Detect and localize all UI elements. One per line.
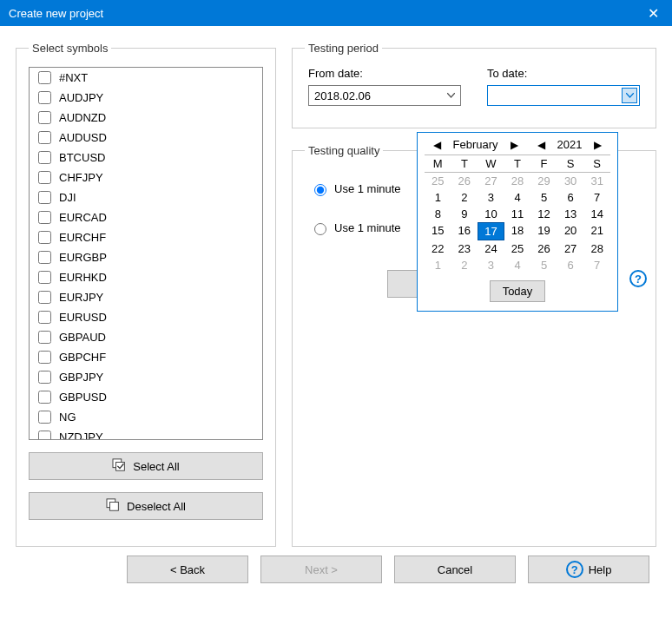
symbol-checkbox[interactable] bbox=[38, 351, 51, 364]
calendar-day[interactable]: 3 bbox=[478, 189, 504, 206]
calendar-day[interactable]: 8 bbox=[425, 206, 451, 222]
symbol-checkbox[interactable] bbox=[38, 371, 51, 384]
symbol-item[interactable]: EURUSD bbox=[30, 307, 262, 327]
calendar-day[interactable]: 26 bbox=[530, 240, 557, 257]
symbol-checkbox[interactable] bbox=[38, 291, 51, 304]
symbol-item[interactable]: EURCHF bbox=[30, 227, 262, 247]
quality-radio-1[interactable] bbox=[314, 184, 326, 196]
calendar-day[interactable]: 5 bbox=[530, 189, 557, 206]
calendar-day[interactable]: 24 bbox=[478, 240, 504, 257]
back-button[interactable]: < Back bbox=[127, 556, 248, 583]
symbol-item[interactable]: BTCUSD bbox=[30, 148, 262, 168]
symbol-checkbox[interactable] bbox=[38, 271, 51, 284]
calendar-day[interactable]: 1 bbox=[425, 189, 451, 206]
symbol-checkbox[interactable] bbox=[38, 111, 51, 124]
symbol-item[interactable]: EURGBP bbox=[30, 247, 262, 267]
calendar-day[interactable]: 2 bbox=[451, 189, 478, 206]
calendar-day[interactable]: 15 bbox=[425, 222, 451, 240]
prev-year-icon[interactable]: ◀ bbox=[534, 139, 549, 151]
calendar-day[interactable]: 1 bbox=[425, 257, 451, 273]
symbol-item[interactable]: AUDUSD bbox=[30, 128, 262, 148]
help-button[interactable]: ? Help bbox=[528, 556, 649, 583]
calendar-day[interactable]: 14 bbox=[583, 206, 610, 222]
calendar-day[interactable]: 29 bbox=[530, 173, 557, 189]
calendar-day[interactable]: 9 bbox=[451, 206, 478, 222]
calendar-day[interactable]: 11 bbox=[504, 206, 531, 222]
calendar-year[interactable]: 2021 bbox=[552, 138, 588, 151]
calendar-day[interactable]: 26 bbox=[451, 173, 478, 189]
deselect-all-button[interactable]: Deselect All bbox=[29, 492, 263, 520]
calendar-day[interactable]: 17 bbox=[478, 222, 504, 240]
symbol-checkbox[interactable] bbox=[38, 131, 51, 144]
symbol-item[interactable]: EURCAD bbox=[30, 207, 262, 227]
symbol-checkbox[interactable] bbox=[38, 391, 51, 404]
next-button[interactable]: Next > bbox=[260, 556, 382, 583]
symbol-item[interactable]: EURJPY bbox=[30, 287, 262, 307]
symbol-item[interactable]: AUDJPY bbox=[30, 88, 262, 108]
calendar-day[interactable]: 13 bbox=[557, 206, 584, 222]
calendar-day[interactable]: 5 bbox=[530, 257, 557, 273]
next-year-icon[interactable]: ▶ bbox=[590, 139, 605, 151]
symbol-checkbox[interactable] bbox=[38, 151, 51, 164]
calendar-day[interactable]: 3 bbox=[478, 257, 504, 273]
symbol-item[interactable]: GBPCHF bbox=[30, 347, 262, 367]
symbol-checkbox[interactable] bbox=[38, 331, 51, 344]
help-icon[interactable]: ? bbox=[629, 270, 647, 287]
calendar-day[interactable]: 23 bbox=[451, 240, 478, 257]
calendar-day[interactable]: 18 bbox=[504, 222, 531, 240]
from-date-combo[interactable]: 2018.02.06 bbox=[308, 85, 461, 106]
symbol-item[interactable]: NZDJPY bbox=[30, 427, 262, 440]
quality-radio-2[interactable] bbox=[314, 223, 326, 235]
calendar-day[interactable]: 19 bbox=[530, 222, 557, 240]
calendar-day[interactable]: 31 bbox=[583, 173, 610, 189]
symbol-checkbox[interactable] bbox=[38, 311, 51, 324]
calendar-day[interactable]: 30 bbox=[557, 173, 584, 189]
cancel-button[interactable]: Cancel bbox=[394, 556, 516, 583]
to-date-combo[interactable] bbox=[487, 85, 640, 106]
symbol-checkbox[interactable] bbox=[38, 91, 51, 104]
calendar-day[interactable]: 12 bbox=[530, 206, 557, 222]
symbol-checkbox[interactable] bbox=[38, 191, 51, 204]
prev-month-icon[interactable]: ◀ bbox=[430, 139, 445, 151]
symbol-item[interactable]: #NXT bbox=[30, 68, 262, 88]
calendar-day[interactable]: 28 bbox=[583, 240, 610, 257]
symbol-checkbox[interactable] bbox=[38, 231, 51, 244]
symbol-checkbox[interactable] bbox=[38, 251, 51, 264]
calendar-day[interactable]: 4 bbox=[504, 189, 531, 206]
symbol-checkbox[interactable] bbox=[38, 171, 51, 184]
symbol-item[interactable]: AUDNZD bbox=[30, 108, 262, 128]
calendar-month[interactable]: February bbox=[448, 138, 504, 151]
calendar-day[interactable]: 21 bbox=[583, 222, 610, 240]
symbol-list[interactable]: #NXTAUDJPYAUDNZDAUDUSDBTCUSDCHFJPYDJIEUR… bbox=[29, 67, 263, 440]
symbol-item[interactable]: GBPUSD bbox=[30, 387, 262, 407]
calendar-day[interactable]: 27 bbox=[478, 173, 504, 189]
symbol-checkbox[interactable] bbox=[38, 431, 51, 440]
calendar-day[interactable]: 6 bbox=[557, 189, 584, 206]
calendar-day[interactable]: 10 bbox=[478, 206, 504, 222]
symbol-item[interactable]: EURHKD bbox=[30, 267, 262, 287]
symbol-item[interactable]: GBPAUD bbox=[30, 327, 262, 347]
symbol-checkbox[interactable] bbox=[38, 411, 51, 424]
today-button[interactable]: Today bbox=[490, 280, 546, 302]
calendar-day[interactable]: 20 bbox=[557, 222, 584, 240]
symbol-item[interactable]: CHFJPY bbox=[30, 168, 262, 187]
calendar-day[interactable]: 6 bbox=[557, 257, 584, 273]
close-icon[interactable]: ✕ bbox=[642, 5, 663, 22]
select-all-button[interactable]: Select All bbox=[29, 452, 263, 480]
symbol-item[interactable]: NG bbox=[30, 407, 262, 427]
calendar-day[interactable]: 25 bbox=[504, 240, 531, 257]
calendar-day[interactable]: 28 bbox=[504, 173, 531, 189]
calendar-day[interactable]: 7 bbox=[583, 257, 610, 273]
next-month-icon[interactable]: ▶ bbox=[507, 139, 522, 151]
calendar-day[interactable]: 4 bbox=[504, 257, 531, 273]
calendar-day[interactable]: 16 bbox=[451, 222, 478, 240]
calendar-days-grid[interactable]: 2526272829303112345678910111213141516171… bbox=[425, 173, 610, 273]
symbol-item[interactable]: GBPJPY bbox=[30, 367, 262, 387]
symbol-checkbox[interactable] bbox=[38, 71, 51, 84]
calendar-day[interactable]: 22 bbox=[425, 240, 451, 257]
symbol-checkbox[interactable] bbox=[38, 211, 51, 224]
calendar-day[interactable]: 2 bbox=[451, 257, 478, 273]
symbol-item[interactable]: DJI bbox=[30, 187, 262, 207]
date-picker-popup[interactable]: ◀ February ▶ ◀ 2021 ▶ MTWTFSS 2526272829… bbox=[417, 132, 618, 312]
calendar-day[interactable]: 7 bbox=[583, 189, 610, 206]
